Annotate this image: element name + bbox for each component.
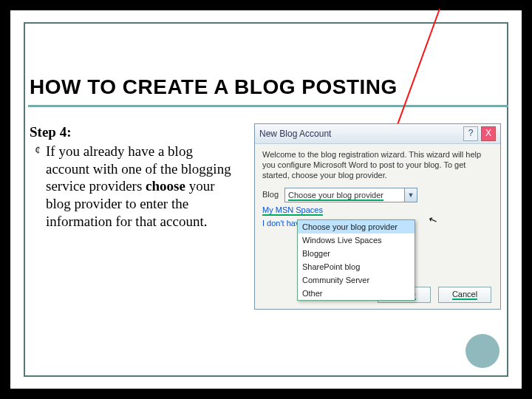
dialog-title-text: New Blog Account <box>259 129 331 139</box>
bullet-text: If you already have a blog account with … <box>46 143 236 231</box>
dialog-titlebar: New Blog Account ? X <box>255 124 500 144</box>
welcome-text: Welcome to the blog registration wizard.… <box>262 150 493 180</box>
option-community[interactable]: Community Server <box>298 273 415 287</box>
dialog-screenshot: New Blog Account ? X Welcome to the blog… <box>254 123 499 389</box>
option-choose[interactable]: Choose your blog provider <box>298 220 415 233</box>
option-other[interactable]: Other <box>298 287 415 300</box>
bullet-icon: ¢ <box>30 143 46 231</box>
close-button[interactable]: X <box>481 126 496 141</box>
blog-label: Blog <box>262 190 284 200</box>
blog-provider-combobox[interactable]: Choose your blog provider ▼ <box>284 188 417 202</box>
link-my-space[interactable]: My MSN Spaces <box>262 205 493 216</box>
step-label: Step 4: <box>30 123 236 141</box>
body-text: Step 4: ¢ If you already have a blog acc… <box>30 123 236 231</box>
option-wls[interactable]: Windows Live Spaces <box>298 233 415 247</box>
slide-title: HOW TO CREATE A BLOG POSTING <box>30 75 398 99</box>
callout-line <box>392 9 440 138</box>
combobox-value: Choose your blog provider <box>288 191 383 201</box>
chevron-down-icon[interactable]: ▼ <box>404 188 417 202</box>
help-button[interactable]: ? <box>463 126 478 141</box>
title-underline <box>28 105 508 107</box>
decorative-dot <box>466 334 499 368</box>
provider-dropdown[interactable]: Choose your blog provider Windows Live S… <box>297 219 415 301</box>
option-sharepoint[interactable]: SharePoint blog <box>298 260 415 273</box>
cancel-button[interactable]: Cancel <box>438 287 491 303</box>
option-blogger[interactable]: Blogger <box>298 247 415 260</box>
